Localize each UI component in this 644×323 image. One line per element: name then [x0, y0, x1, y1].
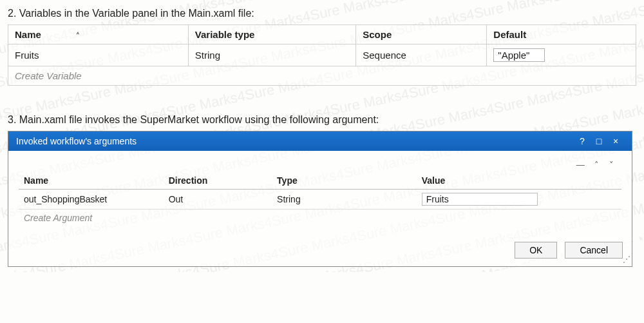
col-name[interactable]: Name ˄ [8, 25, 189, 44]
create-argument-row[interactable]: Create Argument [19, 210, 621, 227]
create-variable-label[interactable]: Create Variable [8, 66, 636, 86]
arguments-table: Name Direction Type Value out_ShoppingBa… [19, 172, 621, 226]
col-name-label: Name [15, 29, 41, 40]
arg-value-input[interactable]: Fruits [422, 193, 538, 206]
col-direction[interactable]: Direction [164, 172, 272, 190]
cancel-button[interactable]: Cancel [565, 242, 623, 259]
table-row[interactable]: Fruits String Sequence "Apple" [8, 44, 636, 66]
table-row[interactable]: out_ShoppingBasket Out String Fruits [19, 190, 621, 210]
sort-asc-icon[interactable]: ˄ [76, 32, 80, 39]
arg-name-cell[interactable]: out_ShoppingBasket [19, 190, 164, 210]
col-value[interactable]: Value [417, 172, 621, 190]
col-scope[interactable]: Scope [356, 25, 487, 44]
variables-table: Name ˄ Variable type Scope Default Fruit… [8, 24, 636, 86]
var-scope-cell[interactable]: Sequence [356, 44, 487, 66]
help-icon[interactable]: ? [574, 136, 591, 146]
resize-grip-icon[interactable]: ⋰ [623, 255, 629, 264]
arg-direction-cell[interactable]: Out [164, 190, 272, 210]
step2-text: 2. Variables in the Variable panel in th… [8, 8, 636, 19]
var-default-value[interactable]: "Apple" [493, 48, 545, 62]
create-argument-label[interactable]: Create Argument [19, 210, 621, 227]
col-type[interactable]: Variable type [188, 25, 355, 44]
arguments-dialog: Invoked workflow's arguments ? □ × — ˄ ˅… [8, 131, 632, 267]
maximize-icon[interactable]: □ [591, 136, 607, 146]
arg-value-cell[interactable]: Fruits [417, 190, 621, 210]
col-default[interactable]: Default [487, 25, 636, 44]
table-header-row: Name Direction Type Value [19, 172, 621, 190]
create-variable-row[interactable]: Create Variable [8, 66, 636, 86]
close-icon[interactable]: × [607, 136, 624, 146]
scroll-controls[interactable]: — ˄ ˅ [19, 160, 621, 170]
col-type[interactable]: Type [272, 172, 417, 190]
ok-button[interactable]: OK [515, 242, 557, 259]
var-name-cell[interactable]: Fruits [8, 44, 189, 66]
col-name[interactable]: Name [19, 172, 164, 190]
dialog-footer: OK Cancel [8, 234, 632, 266]
var-type-cell[interactable]: String [188, 44, 355, 66]
table-header-row: Name ˄ Variable type Scope Default [8, 25, 636, 44]
var-default-cell[interactable]: "Apple" [487, 44, 636, 66]
arg-type-cell[interactable]: String [272, 190, 417, 210]
dialog-titlebar[interactable]: Invoked workflow's arguments ? □ × [8, 132, 632, 151]
dialog-title-text: Invoked workflow's arguments [16, 136, 137, 146]
step3-text: 3. Main.xaml file invokes the SuperMarke… [8, 114, 636, 126]
